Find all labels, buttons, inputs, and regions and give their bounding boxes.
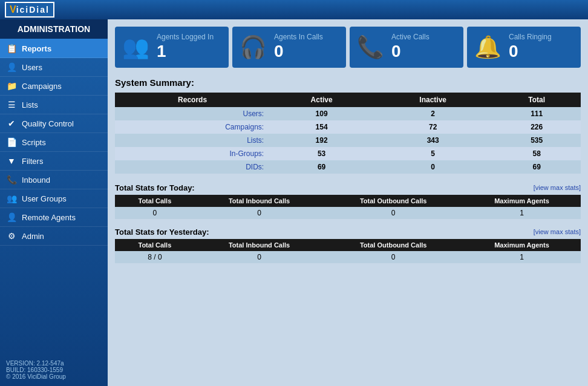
- stats-today-col-header: Total Calls: [115, 195, 195, 207]
- stats-yesterday-view-link[interactable]: [view max stats]: [534, 228, 581, 235]
- sidebar-item-lists[interactable]: ☰Lists: [0, 96, 108, 114]
- stats-today-title: Total Stats for Today:: [115, 183, 195, 192]
- sidebar-item-label-campaigns: Campaigns: [22, 82, 62, 91]
- summary-active-4: 69: [270, 160, 373, 174]
- stats-today-cell-1: 0: [195, 207, 324, 219]
- sidebar-item-label-remote-agents: Remote Agents: [22, 213, 76, 222]
- stats-yesterday-data-row: 8 / 0001: [115, 251, 581, 263]
- stats-today-col-header: Total Outbound Calls: [324, 195, 463, 207]
- stats-today-col-header: Total Inbound Calls: [195, 195, 324, 207]
- summary-inactive-2: 343: [373, 134, 492, 147]
- stats-today-thead: Total CallsTotal Inbound CallsTotal Outb…: [115, 195, 581, 207]
- summary-total-2: 535: [492, 134, 581, 147]
- stat-card-agents-logged-in: 👥Agents Logged In1: [115, 27, 229, 68]
- system-summary-section: System Summary: RecordsActiveInactiveTot…: [115, 77, 581, 174]
- summary-active-3: 53: [270, 147, 373, 160]
- sidebar-item-label-filters: Filters: [22, 157, 43, 166]
- stats-today-tbody: 0001: [115, 207, 581, 219]
- copyright-text: © 2016 ViciDial Group: [6, 373, 102, 380]
- stats-yesterday-col-header: Total Outbound Calls: [324, 239, 463, 251]
- stats-today-section: Total Stats for Today: [view max stats] …: [115, 183, 581, 219]
- summary-label-0: Users:: [115, 107, 270, 120]
- summary-header-1: Active: [270, 93, 373, 107]
- summary-total-4: 69: [492, 160, 581, 174]
- campaigns-icon: 📁: [6, 81, 17, 91]
- sidebar-item-quality-control[interactable]: ✔Quality Control: [0, 114, 108, 133]
- sidebar-item-label-scripts: Scripts: [22, 138, 46, 147]
- sidebar-item-users[interactable]: 👤Users: [0, 58, 108, 77]
- scripts-icon: 📄: [6, 137, 17, 147]
- summary-label-3: In-Groups:: [115, 147, 270, 160]
- logo-v-icon: V: [10, 4, 16, 15]
- stat-card-value-agents-in-calls: 0: [274, 41, 323, 62]
- summary-total-1: 226: [492, 120, 581, 134]
- sidebar-item-label-lists: Lists: [22, 100, 38, 110]
- stats-today-data-row: 0001: [115, 207, 581, 219]
- stat-card-label-agents-logged-in: Agents Logged In: [157, 33, 214, 41]
- stat-card-calls-ringing: 🔔Calls Ringing0: [467, 27, 581, 68]
- sidebar-item-label-admin: Admin: [22, 232, 44, 241]
- stats-yesterday-cell-2: 0: [324, 251, 463, 263]
- stat-card-content-active-calls: Active Calls0: [391, 33, 430, 62]
- stat-card-value-calls-ringing: 0: [509, 41, 552, 62]
- stats-yesterday-col-header: Total Calls: [115, 239, 195, 251]
- stat-card-label-agents-in-calls: Agents In Calls: [274, 33, 323, 41]
- stats-today-col-header: Maximum Agents: [463, 195, 581, 207]
- logo-text: iciDial: [16, 5, 50, 15]
- top-bar: V iciDial: [0, 0, 588, 19]
- summary-label-1: Campaigns:: [115, 120, 270, 134]
- summary-inactive-3: 5: [373, 147, 492, 160]
- sidebar-item-user-groups[interactable]: 👥User Groups: [0, 189, 108, 208]
- admin-icon: ⚙: [6, 231, 17, 241]
- main-content: 👥Agents Logged In1🎧Agents In Calls0📞Acti…: [108, 19, 588, 386]
- summary-header-3: Total: [492, 93, 581, 107]
- stats-yesterday-cell-0: 8 / 0: [115, 251, 195, 263]
- sidebar-nav: 📋Reports👤Users📁Campaigns☰Lists✔Quality C…: [0, 39, 108, 246]
- stat-card-icon-agents-in-calls: 🎧: [240, 34, 267, 60]
- build-text: BUILD: 160330-1559: [6, 367, 102, 373]
- sidebar-item-label-quality-control: Quality Control: [22, 119, 74, 128]
- stat-card-icon-agents-logged-in: 👥: [122, 34, 149, 60]
- summary-header-row: RecordsActiveInactiveTotal: [115, 93, 581, 107]
- summary-label-4: DIDs:: [115, 160, 270, 174]
- stats-yesterday-cell-1: 0: [195, 251, 324, 263]
- sidebar-item-scripts[interactable]: 📄Scripts: [0, 133, 108, 152]
- stats-today-table: Total CallsTotal Inbound CallsTotal Outb…: [115, 195, 581, 219]
- quality-control-icon: ✔: [6, 119, 17, 128]
- lists-icon: ☰: [6, 100, 17, 110]
- summary-row: DIDs:69069: [115, 160, 581, 174]
- summary-total-0: 111: [492, 107, 581, 120]
- main-layout: ADMINISTRATION 📋Reports👤Users📁Campaigns☰…: [0, 19, 588, 386]
- summary-row: In-Groups:53558: [115, 147, 581, 160]
- logo-box: V iciDial: [5, 2, 54, 18]
- sidebar-item-inbound[interactable]: 📞Inbound: [0, 171, 108, 189]
- stat-card-content-agents-logged-in: Agents Logged In1: [157, 33, 214, 62]
- sidebar-item-filters[interactable]: ▼Filters: [0, 152, 108, 171]
- stat-card-value-active-calls: 0: [391, 41, 430, 62]
- stats-yesterday-col-header: Maximum Agents: [463, 239, 581, 251]
- summary-active-0: 109: [270, 107, 373, 120]
- summary-row: Lists:192343535: [115, 134, 581, 147]
- stats-yesterday-section: Total Stats for Yesterday: [view max sta…: [115, 227, 581, 263]
- summary-header-2: Inactive: [373, 93, 492, 107]
- stat-card-content-agents-in-calls: Agents In Calls0: [274, 33, 323, 62]
- sidebar-item-admin[interactable]: ⚙Admin: [0, 227, 108, 246]
- sidebar-item-remote-agents[interactable]: 👤Remote Agents: [0, 208, 108, 227]
- stats-yesterday-title: Total Stats for Yesterday:: [115, 227, 209, 237]
- stats-yesterday-header: Total Stats for Yesterday: [view max sta…: [115, 227, 581, 237]
- stat-card-icon-calls-ringing: 🔔: [474, 34, 501, 60]
- stats-yesterday-cell-3: 1: [463, 251, 581, 263]
- sidebar: ADMINISTRATION 📋Reports👤Users📁Campaigns☰…: [0, 19, 108, 386]
- stat-card-value-agents-logged-in: 1: [157, 41, 214, 62]
- stats-today-view-link[interactable]: [view max stats]: [534, 184, 581, 191]
- logo: V iciDial: [5, 2, 54, 18]
- sidebar-item-campaigns[interactable]: 📁Campaigns: [0, 77, 108, 96]
- sidebar-item-label-user-groups: User Groups: [22, 194, 67, 203]
- sidebar-item-reports[interactable]: 📋Reports: [0, 39, 108, 58]
- inbound-icon: 📞: [6, 175, 17, 185]
- stats-yesterday-thead: Total CallsTotal Inbound CallsTotal Outb…: [115, 239, 581, 251]
- summary-header-0: Records: [115, 93, 270, 107]
- summary-table: RecordsActiveInactiveTotal Users:1092111…: [115, 93, 581, 174]
- sidebar-item-label-users: Users: [22, 63, 42, 72]
- stats-today-header: Total Stats for Today: [view max stats]: [115, 183, 581, 192]
